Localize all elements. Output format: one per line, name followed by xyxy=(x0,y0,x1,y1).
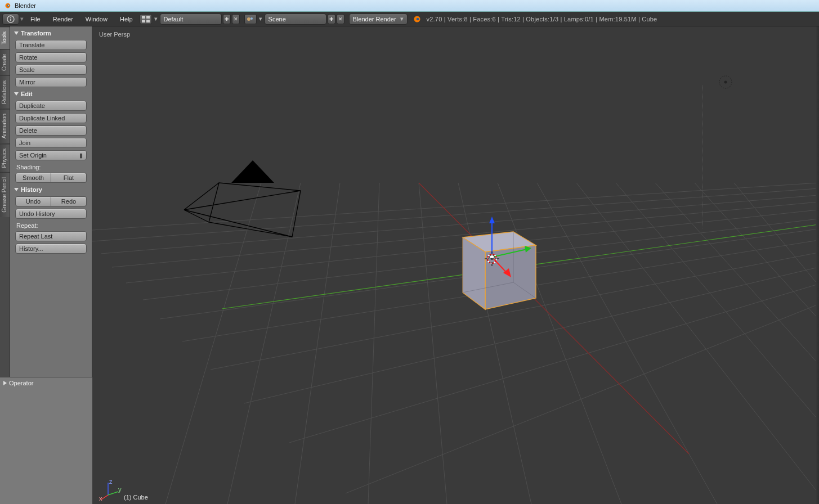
viewport-right-edge[interactable] xyxy=(816,26,819,504)
mirror-button[interactable]: Mirror xyxy=(15,77,87,87)
blender-logo-icon xyxy=(3,2,11,10)
menu-render[interactable]: Render xyxy=(47,14,79,24)
screen-layout-value: Default xyxy=(164,16,184,22)
panel-edit-header[interactable]: Edit xyxy=(12,89,90,99)
history-button[interactable]: History... xyxy=(15,244,87,254)
svg-line-73 xyxy=(108,492,118,495)
info-editor-button[interactable] xyxy=(2,14,19,25)
flat-button[interactable]: Flat xyxy=(51,173,87,183)
svg-line-37 xyxy=(695,183,818,319)
layout-add-button[interactable]: ✚ xyxy=(223,14,231,24)
tab-tools[interactable]: Tools xyxy=(0,26,10,49)
svg-marker-58 xyxy=(525,246,531,253)
tab-grease-pencil[interactable]: Grease Pencil xyxy=(0,172,10,217)
svg-line-46 xyxy=(184,210,292,237)
svg-rect-6 xyxy=(142,16,145,19)
render-engine-value: Blender Render xyxy=(353,16,396,22)
scene-field[interactable]: Scene xyxy=(265,14,326,25)
svg-line-29 xyxy=(368,183,379,504)
render-engine-dropdown[interactable]: Blender Render ▾ xyxy=(349,14,408,25)
svg-point-13 xyxy=(416,17,419,20)
svg-point-10 xyxy=(247,17,250,21)
undo-redo-row: Undo Redo xyxy=(15,196,87,206)
duplicate-linked-button[interactable]: Duplicate Linked xyxy=(15,113,87,123)
undo-history-button[interactable]: Undo History xyxy=(15,209,87,219)
join-button[interactable]: Join xyxy=(15,138,87,148)
svg-point-11 xyxy=(250,17,253,20)
scene-browse-button[interactable] xyxy=(244,14,257,24)
panel-history-title: History xyxy=(21,186,42,193)
active-object-label: (1) Cube xyxy=(124,494,148,501)
menu-window[interactable]: Window xyxy=(80,14,113,24)
disclosure-down-icon xyxy=(14,188,19,191)
layout-browse-button[interactable] xyxy=(140,14,152,24)
rotate-button[interactable]: Rotate xyxy=(15,52,87,62)
blender-logo-small-icon xyxy=(412,15,421,24)
panel-transform-header[interactable]: Transform xyxy=(12,28,90,38)
stats-text: Verts:8 | Faces:6 | Tris:12 | Objects:1/… xyxy=(447,16,657,22)
svg-line-33 xyxy=(537,183,717,504)
camera-object[interactable] xyxy=(180,156,326,268)
operator-panel-header[interactable]: Operator xyxy=(3,380,89,386)
svg-line-30 xyxy=(419,183,447,504)
operator-panel: Operator xyxy=(0,377,92,504)
transform-gizmo[interactable] xyxy=(464,212,554,302)
scene-delete-button[interactable]: ✕ xyxy=(337,14,344,24)
tab-create[interactable]: Create xyxy=(0,49,10,75)
svg-marker-42 xyxy=(231,160,274,183)
lamp-object[interactable] xyxy=(718,74,733,90)
layout-delete-button[interactable]: ✕ xyxy=(232,14,240,24)
info-icon xyxy=(7,15,15,23)
svg-point-70 xyxy=(724,81,727,84)
window-title: Blender xyxy=(15,2,36,9)
svg-text:x: x xyxy=(99,495,102,501)
disclosure-down-icon xyxy=(14,32,19,35)
scene-add-button[interactable]: ✚ xyxy=(328,14,335,24)
operator-panel-title: Operator xyxy=(9,380,33,386)
translate-button[interactable]: Translate xyxy=(15,40,87,50)
svg-line-38 xyxy=(734,183,818,285)
svg-rect-4 xyxy=(10,19,11,21)
svg-line-45 xyxy=(184,191,301,210)
set-origin-dropdown[interactable]: Set Origin▮ xyxy=(15,150,87,160)
shading-label: Shading: xyxy=(12,162,90,171)
delete-button[interactable]: Delete xyxy=(15,125,87,136)
smooth-button[interactable]: Smooth xyxy=(15,173,51,183)
svg-rect-5 xyxy=(10,17,11,18)
scene-icon xyxy=(247,16,254,22)
screen-layout-field[interactable]: Default xyxy=(160,14,222,25)
3d-viewport[interactable]: User Persp xyxy=(92,26,819,504)
redo-button[interactable]: Redo xyxy=(51,196,87,206)
mini-axis-icon: z y x xyxy=(99,478,122,501)
duplicate-button[interactable]: Duplicate xyxy=(15,101,87,111)
svg-marker-56 xyxy=(489,217,495,223)
tab-physics[interactable]: Physics xyxy=(0,143,10,172)
top-menubar: ▾ File Render Window Help ▾ Default ✚ ✕ … xyxy=(0,12,819,26)
svg-point-68 xyxy=(491,258,493,260)
svg-line-35 xyxy=(616,183,818,420)
svg-line-18 xyxy=(289,284,818,443)
layout-grid-icon xyxy=(142,16,150,22)
panel-transform-title: Transform xyxy=(21,30,51,37)
tab-relations[interactable]: Relations xyxy=(0,75,10,109)
repeat-last-button[interactable]: Repeat Last xyxy=(15,231,87,241)
scene-value: Scene xyxy=(268,16,286,22)
dropdown-handle-icon: ▮ xyxy=(79,152,83,159)
svg-point-2 xyxy=(8,5,9,6)
window-titlebar: Blender xyxy=(0,0,819,12)
set-origin-label: Set Origin xyxy=(19,152,47,159)
svg-line-75 xyxy=(101,495,108,500)
svg-rect-8 xyxy=(142,20,145,22)
menu-help[interactable]: Help xyxy=(114,14,138,24)
svg-line-19 xyxy=(346,304,818,493)
panel-edit-title: Edit xyxy=(21,91,33,97)
scale-button[interactable]: Scale xyxy=(15,65,87,75)
panel-history-header[interactable]: History xyxy=(12,184,90,195)
tab-animation[interactable]: Animation xyxy=(0,109,10,143)
undo-button[interactable]: Undo xyxy=(15,196,51,206)
version-label: v2.70 xyxy=(427,16,442,22)
menu-file[interactable]: File xyxy=(25,14,46,24)
3d-cursor-icon xyxy=(485,251,499,266)
repeat-label: Repeat: xyxy=(12,220,90,230)
disclosure-down-icon xyxy=(14,92,19,96)
